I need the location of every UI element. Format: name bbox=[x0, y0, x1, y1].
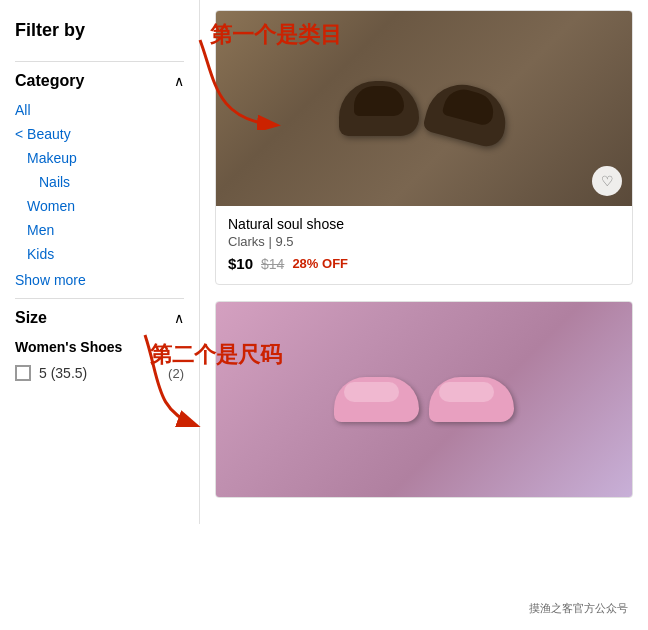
shoe-pink-2 bbox=[429, 377, 514, 422]
price-current: $10 bbox=[228, 255, 253, 272]
shoe-1 bbox=[339, 81, 419, 136]
product-card-2 bbox=[215, 301, 633, 498]
price-row: $10 $14 28% OFF bbox=[228, 255, 620, 272]
wishlist-button[interactable]: ♡ bbox=[592, 166, 622, 196]
category-chevron-icon[interactable]: ∧ bbox=[174, 73, 184, 89]
list-item: Makeup bbox=[15, 150, 184, 166]
product-info-1: Natural soul shose Clarks | 9.5 $10 $14 … bbox=[216, 206, 632, 284]
category-women-link[interactable]: Women bbox=[27, 198, 75, 214]
category-list: All < Beauty Makeup Nails Women Men Kids bbox=[15, 102, 184, 262]
size-section-header: Size ∧ bbox=[15, 309, 184, 327]
shoe-pink-1 bbox=[334, 377, 419, 422]
price-off: 28% OFF bbox=[292, 256, 348, 271]
list-item: Nails bbox=[15, 174, 184, 190]
product-card-1: ♡ Natural soul shose Clarks | 9.5 $10 $1… bbox=[215, 10, 633, 285]
shoe-pair-display bbox=[319, 61, 529, 156]
shoe-image-pink bbox=[216, 302, 632, 497]
size-section: Size ∧ Women's Shoes 5 (35.5) (2) bbox=[15, 309, 184, 381]
divider-2 bbox=[15, 298, 184, 299]
category-all-link[interactable]: All bbox=[15, 102, 31, 118]
category-makeup-link[interactable]: Makeup bbox=[27, 150, 77, 166]
list-item: Men bbox=[15, 222, 184, 238]
list-item: Women bbox=[15, 198, 184, 214]
watermark: 摸渔之客官方公众号 bbox=[524, 599, 633, 618]
price-original: $14 bbox=[261, 256, 284, 272]
category-nails-link[interactable]: Nails bbox=[39, 174, 70, 190]
divider-1 bbox=[15, 61, 184, 62]
size-label: Size bbox=[15, 309, 47, 327]
sidebar: Filter by Category ∧ All < Beauty Makeup… bbox=[0, 0, 200, 524]
list-item: < Beauty bbox=[15, 126, 184, 142]
size-count: (2) bbox=[168, 366, 184, 381]
product-brand: Clarks | 9.5 bbox=[228, 234, 620, 249]
products-panel: ♡ Natural soul shose Clarks | 9.5 $10 $1… bbox=[200, 0, 648, 524]
category-beauty-link[interactable]: < Beauty bbox=[15, 126, 71, 142]
list-item: All bbox=[15, 102, 184, 118]
shoe-pair-pink-display bbox=[314, 357, 534, 442]
size-value: 5 (35.5) bbox=[39, 365, 87, 381]
category-kids-link[interactable]: Kids bbox=[27, 246, 54, 262]
shoe-image-dark bbox=[216, 11, 632, 206]
size-subsection-label: Women's Shoes bbox=[15, 339, 184, 355]
category-label: Category bbox=[15, 72, 84, 90]
list-item: Kids bbox=[15, 246, 184, 262]
show-more-button[interactable]: Show more bbox=[15, 272, 184, 288]
product-name: Natural soul shose bbox=[228, 216, 620, 232]
product-image-1: ♡ bbox=[216, 11, 632, 206]
filter-title: Filter by bbox=[15, 20, 184, 41]
size-chevron-icon[interactable]: ∧ bbox=[174, 310, 184, 326]
product-image-2 bbox=[216, 302, 632, 497]
category-section-header: Category ∧ bbox=[15, 72, 184, 90]
shoe-2 bbox=[422, 76, 514, 150]
category-men-link[interactable]: Men bbox=[27, 222, 54, 238]
size-checkbox[interactable] bbox=[15, 365, 31, 381]
size-item: 5 (35.5) (2) bbox=[15, 365, 184, 381]
